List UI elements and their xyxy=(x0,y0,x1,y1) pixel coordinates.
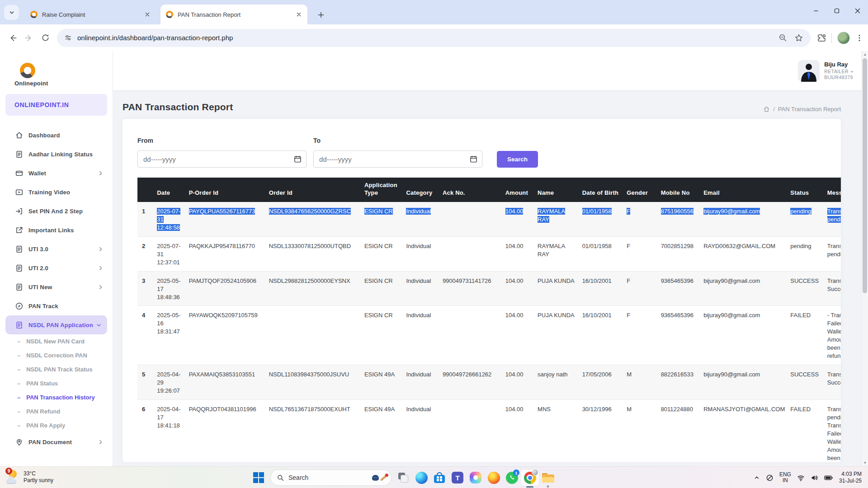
minimize-button[interactable] xyxy=(806,0,826,22)
sidebar-item-nsdl-pan-application[interactable]: NSDL PAN Application xyxy=(5,315,107,334)
external-icon xyxy=(15,226,24,235)
cell-status: SUCCESS xyxy=(790,365,827,400)
edge-button[interactable] xyxy=(412,469,430,486)
cell-p_order_id: PAMJTQOF20524105906 xyxy=(189,271,269,306)
to-date-field[interactable] xyxy=(313,150,482,168)
calendar-icon[interactable] xyxy=(294,155,302,163)
hidden-icons-chevron[interactable] xyxy=(754,474,760,481)
transactions-table-region[interactable]: DateP-Order IdOrder IdApplication TypeCa… xyxy=(137,178,841,462)
cell-email: bijuray90@gmail.com xyxy=(703,202,790,236)
cell-p_order_id: PAQQRJOT04381101996 xyxy=(189,399,269,462)
notification-badge: 9 xyxy=(5,468,12,474)
close-window-button[interactable] xyxy=(847,0,868,22)
taskbar-clock[interactable]: 4:03 PM 31-Jul-25 xyxy=(839,471,862,484)
open-app-indicator xyxy=(547,485,549,488)
sidebar-item-uti-3-0[interactable]: UTI 3.0 xyxy=(0,239,113,258)
scroll-up-arrow[interactable]: ▲ xyxy=(862,51,868,58)
forward-button[interactable] xyxy=(21,30,37,46)
col-status: Status xyxy=(790,178,827,202)
home-icon[interactable] xyxy=(763,106,770,113)
to-date-input[interactable] xyxy=(314,151,482,167)
bookmark-star-icon[interactable] xyxy=(794,33,803,42)
sidebar-item-dashboard[interactable]: Dashboard xyxy=(0,126,113,145)
sidebar-subitem-pan-status[interactable]: –PAN Status xyxy=(0,376,113,390)
whatsapp-button[interactable]: 1 xyxy=(503,469,521,486)
sidebar-subitem-pan-transaction-history[interactable]: –PAN Transaction History xyxy=(0,390,113,404)
user-profile[interactable]: Biju Ray RETAILER BIJUR48379 xyxy=(798,60,854,82)
from-date-field[interactable] xyxy=(137,150,307,168)
battery-icon[interactable] xyxy=(824,474,833,481)
table-row: 42025-05-16 18:31:47PAYAWOQK52097105759E… xyxy=(137,306,841,365)
sidebar-subitem-pan-re-apply[interactable]: –PAN Re Apply xyxy=(0,418,113,432)
language-switcher[interactable]: ENG IN xyxy=(779,472,791,483)
chrome-button[interactable] xyxy=(521,469,539,486)
sidebar-item-set-pin-and-2-step[interactable]: Set PIN And 2 Step xyxy=(0,202,113,221)
copilot-button[interactable] xyxy=(467,469,485,486)
reload-button[interactable] xyxy=(37,30,53,46)
sidebar-subitem-nsdl-pan-track-status[interactable]: –NSDL PAN Track Status xyxy=(0,362,113,376)
sidebar-subitem-nsdl-correction-pan[interactable]: –NSDL Correction PAN xyxy=(0,348,113,362)
weather-widget[interactable]: 9 33°C Partly sunny xyxy=(5,469,53,486)
sidebar-brand[interactable]: ONLINEPOINT.IN xyxy=(5,94,107,116)
dash-icon: – xyxy=(17,380,20,387)
sidebar-subitem-pan-refund[interactable]: –PAN Refund xyxy=(0,404,113,418)
maximize-button[interactable] xyxy=(826,0,847,22)
pen-disabled-icon[interactable] xyxy=(766,474,774,482)
new-tab-button[interactable] xyxy=(315,9,327,21)
cell-gender: M xyxy=(627,365,660,400)
site-logo[interactable]: Onlinepoint xyxy=(0,51,113,87)
sidebar-item-wallet[interactable]: Wallet xyxy=(0,164,113,183)
tab-pan-transaction-report[interactable]: PAN Transaction Report xyxy=(160,5,307,24)
cell-dob: 01/01/1958 xyxy=(582,202,627,236)
plus-icon xyxy=(318,12,324,18)
browser-profile-avatar[interactable] xyxy=(837,32,850,44)
teams-button[interactable]: T xyxy=(448,469,467,486)
sidebar-item-uti-2-0[interactable]: UTI 2.0 xyxy=(0,258,113,277)
cell-category: Individual xyxy=(406,236,442,271)
ms-store-button[interactable] xyxy=(430,469,448,486)
sidebar-item-uti-new[interactable]: UTI New xyxy=(0,277,113,296)
page-scrollbar[interactable]: ▲ ▼ xyxy=(861,51,868,466)
taskbar-search[interactable]: Search xyxy=(270,469,392,486)
volume-icon[interactable] xyxy=(811,474,818,482)
wifi-icon[interactable] xyxy=(797,474,805,482)
doc-icon xyxy=(15,245,24,253)
search-button[interactable]: Search xyxy=(497,151,538,168)
tab-raise-complaint[interactable]: Raise Complaint xyxy=(25,5,156,24)
start-button[interactable] xyxy=(250,469,268,486)
task-view-button[interactable] xyxy=(394,469,412,486)
cell-amount: 104.00 xyxy=(505,365,538,400)
firefox-button[interactable] xyxy=(485,469,503,486)
url-text: onlinepoint.in/dashboard/pan-transaction… xyxy=(77,34,771,42)
sidebar-item-aadhar-linking-status[interactable]: Aadhar Linking Status xyxy=(0,145,113,164)
sidebar-subitem-nsdl-new-pan-card[interactable]: –NSDL New PAN Card xyxy=(0,334,113,348)
address-bar[interactable]: onlinepoint.in/dashboard/pan-transaction… xyxy=(57,29,811,47)
tab-close-icon[interactable] xyxy=(295,10,303,19)
cell-message: TransSucce xyxy=(827,271,841,306)
maximize-icon xyxy=(834,8,840,14)
from-date-input[interactable] xyxy=(138,151,306,167)
weather-temp: 33°C xyxy=(24,470,53,477)
tab-search-button[interactable] xyxy=(4,5,19,20)
doc-icon xyxy=(15,321,24,329)
sidebar-menu: DashboardAadhar Linking StatusWalletTrai… xyxy=(0,126,113,451)
sidebar-item-important-links[interactable]: Important Links xyxy=(0,221,113,239)
sidebar-item-pan-document[interactable]: PAN Document xyxy=(0,432,113,451)
wallet-icon xyxy=(15,169,24,178)
calendar-icon[interactable] xyxy=(470,155,477,163)
edge-icon xyxy=(415,472,428,484)
back-button[interactable] xyxy=(5,30,21,46)
tab-close-icon[interactable] xyxy=(143,10,151,19)
zoom-out-icon[interactable] xyxy=(778,33,787,42)
scrollbar-thumb[interactable] xyxy=(863,58,867,293)
scroll-down-arrow[interactable]: ▼ xyxy=(862,460,868,466)
sidebar-subitem-label: PAN Status xyxy=(26,380,58,387)
cricket-helmet-icon xyxy=(372,475,379,481)
extensions-icon[interactable] xyxy=(817,33,826,42)
sidebar-item-training-video[interactable]: Training Video xyxy=(0,183,113,202)
sidebar-item-label: Training Video xyxy=(28,189,104,196)
browser-menu-kebab-icon[interactable] xyxy=(855,34,863,42)
file-explorer-button[interactable] xyxy=(539,469,557,486)
firefox-icon xyxy=(488,472,500,484)
sidebar-item-pan-track[interactable]: PAN Track xyxy=(0,296,113,315)
